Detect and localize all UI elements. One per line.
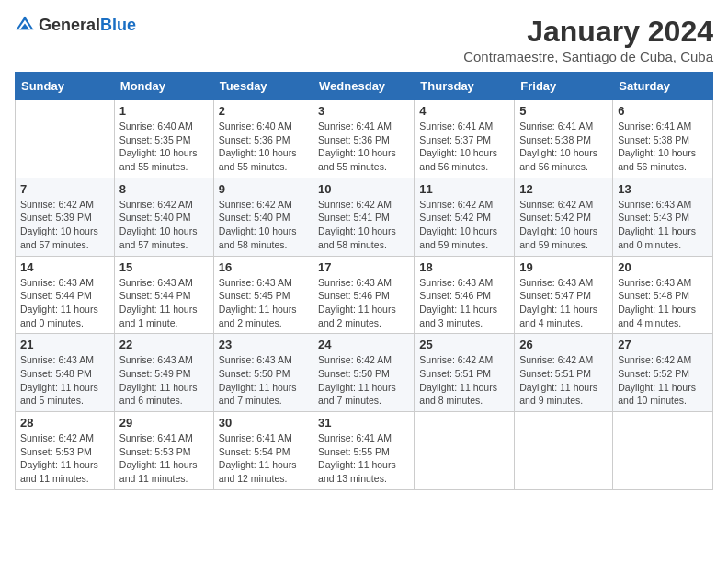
calendar-cell: 6Sunrise: 6:41 AMSunset: 5:38 PMDaylight… <box>613 100 713 178</box>
logo-general: GeneralBlue <box>39 17 136 34</box>
day-info: Sunrise: 6:41 AMSunset: 5:36 PMDaylight:… <box>318 120 409 174</box>
day-number: 15 <box>119 260 209 274</box>
calendar-cell: 8Sunrise: 6:42 AMSunset: 5:40 PMDaylight… <box>114 178 213 256</box>
day-info: Sunrise: 6:43 AMSunset: 5:44 PMDaylight:… <box>119 276 209 330</box>
calendar-cell: 9Sunrise: 6:42 AMSunset: 5:40 PMDaylight… <box>213 178 313 256</box>
header-row: SundayMondayTuesdayWednesdayThursdayFrid… <box>16 73 713 100</box>
calendar-cell: 31Sunrise: 6:41 AMSunset: 5:55 PMDayligh… <box>313 412 415 490</box>
header-friday: Friday <box>515 73 613 100</box>
day-info: Sunrise: 6:43 AMSunset: 5:46 PMDaylight:… <box>318 276 409 330</box>
calendar-cell: 22Sunrise: 6:43 AMSunset: 5:49 PMDayligh… <box>114 334 213 412</box>
day-number: 13 <box>618 182 708 196</box>
day-info: Sunrise: 6:43 AMSunset: 5:48 PMDaylight:… <box>618 276 708 330</box>
header-monday: Monday <box>114 73 213 100</box>
day-info: Sunrise: 6:43 AMSunset: 5:47 PMDaylight:… <box>519 276 608 330</box>
day-number: 3 <box>318 104 409 118</box>
day-number: 22 <box>119 338 209 351</box>
calendar-cell: 2Sunrise: 6:40 AMSunset: 5:36 PMDaylight… <box>213 100 313 178</box>
day-number: 27 <box>618 338 708 351</box>
day-number: 11 <box>419 182 509 196</box>
day-number: 8 <box>119 182 209 196</box>
calendar-cell: 25Sunrise: 6:42 AMSunset: 5:51 PMDayligh… <box>415 334 515 412</box>
day-info: Sunrise: 6:42 AMSunset: 5:42 PMDaylight:… <box>519 198 608 252</box>
day-info: Sunrise: 6:42 AMSunset: 5:40 PMDaylight:… <box>119 198 209 252</box>
calendar-cell: 24Sunrise: 6:42 AMSunset: 5:50 PMDayligh… <box>313 334 415 412</box>
week-row-1: 7Sunrise: 6:42 AMSunset: 5:39 PMDaylight… <box>16 178 713 256</box>
calendar-cell <box>16 100 115 178</box>
day-info: Sunrise: 6:43 AMSunset: 5:50 PMDaylight:… <box>219 353 308 408</box>
day-number: 5 <box>519 104 608 118</box>
day-number: 31 <box>318 416 409 430</box>
day-info: Sunrise: 6:42 AMSunset: 5:41 PMDaylight:… <box>318 198 409 252</box>
calendar-cell: 18Sunrise: 6:43 AMSunset: 5:46 PMDayligh… <box>415 256 515 334</box>
calendar-body: 1Sunrise: 6:40 AMSunset: 5:35 PMDaylight… <box>16 100 713 490</box>
header-thursday: Thursday <box>415 73 515 100</box>
calendar-cell <box>415 412 515 490</box>
calendar-cell: 1Sunrise: 6:40 AMSunset: 5:35 PMDaylight… <box>114 100 213 178</box>
header-saturday: Saturday <box>613 73 713 100</box>
day-info: Sunrise: 6:41 AMSunset: 5:38 PMDaylight:… <box>519 120 608 174</box>
calendar-cell: 20Sunrise: 6:43 AMSunset: 5:48 PMDayligh… <box>613 256 713 334</box>
day-number: 20 <box>618 260 708 274</box>
day-info: Sunrise: 6:42 AMSunset: 5:53 PMDaylight:… <box>20 431 109 486</box>
day-number: 7 <box>20 182 109 196</box>
day-info: Sunrise: 6:43 AMSunset: 5:43 PMDaylight:… <box>618 198 708 252</box>
day-info: Sunrise: 6:42 AMSunset: 5:52 PMDaylight:… <box>618 353 708 408</box>
week-row-0: 1Sunrise: 6:40 AMSunset: 5:35 PMDaylight… <box>16 100 713 178</box>
calendar-cell: 15Sunrise: 6:43 AMSunset: 5:44 PMDayligh… <box>114 256 213 334</box>
calendar-cell: 28Sunrise: 6:42 AMSunset: 5:53 PMDayligh… <box>16 412 115 490</box>
day-number: 21 <box>20 338 109 351</box>
day-info: Sunrise: 6:41 AMSunset: 5:54 PMDaylight:… <box>219 431 308 486</box>
day-number: 10 <box>318 182 409 196</box>
calendar-cell: 26Sunrise: 6:42 AMSunset: 5:51 PMDayligh… <box>515 334 613 412</box>
day-number: 25 <box>419 338 509 351</box>
calendar-cell: 4Sunrise: 6:41 AMSunset: 5:37 PMDaylight… <box>415 100 515 178</box>
day-info: Sunrise: 6:41 AMSunset: 5:38 PMDaylight:… <box>618 120 708 174</box>
calendar-cell: 7Sunrise: 6:42 AMSunset: 5:39 PMDaylight… <box>16 178 115 256</box>
calendar-cell: 13Sunrise: 6:43 AMSunset: 5:43 PMDayligh… <box>613 178 713 256</box>
day-info: Sunrise: 6:42 AMSunset: 5:51 PMDaylight:… <box>519 353 608 408</box>
day-info: Sunrise: 6:41 AMSunset: 5:37 PMDaylight:… <box>419 120 509 174</box>
calendar-table: SundayMondayTuesdayWednesdayThursdayFrid… <box>15 72 713 490</box>
day-number: 16 <box>219 260 308 274</box>
location-title: Contramaestre, Santiago de Cuba, Cuba <box>463 49 713 64</box>
day-number: 17 <box>318 260 409 274</box>
day-number: 4 <box>419 104 509 118</box>
day-number: 23 <box>219 338 308 351</box>
day-info: Sunrise: 6:42 AMSunset: 5:50 PMDaylight:… <box>318 353 409 408</box>
day-info: Sunrise: 6:43 AMSunset: 5:48 PMDaylight:… <box>20 353 109 408</box>
calendar-cell: 21Sunrise: 6:43 AMSunset: 5:48 PMDayligh… <box>16 334 115 412</box>
page-header: GeneralBlue January 2024 Contramaestre, … <box>15 15 713 64</box>
calendar-cell: 30Sunrise: 6:41 AMSunset: 5:54 PMDayligh… <box>213 412 313 490</box>
day-number: 26 <box>519 338 608 351</box>
month-title: January 2024 <box>463 15 713 49</box>
header-tuesday: Tuesday <box>213 73 313 100</box>
calendar-header: SundayMondayTuesdayWednesdayThursdayFrid… <box>16 73 713 100</box>
day-number: 18 <box>419 260 509 274</box>
calendar-cell: 10Sunrise: 6:42 AMSunset: 5:41 PMDayligh… <box>313 178 415 256</box>
week-row-3: 21Sunrise: 6:43 AMSunset: 5:48 PMDayligh… <box>16 334 713 412</box>
logo-icon <box>15 15 35 35</box>
week-row-4: 28Sunrise: 6:42 AMSunset: 5:53 PMDayligh… <box>16 412 713 490</box>
day-info: Sunrise: 6:41 AMSunset: 5:55 PMDaylight:… <box>318 431 409 486</box>
title-block: January 2024 Contramaestre, Santiago de … <box>463 15 713 64</box>
day-info: Sunrise: 6:42 AMSunset: 5:39 PMDaylight:… <box>20 198 109 252</box>
calendar-cell: 14Sunrise: 6:43 AMSunset: 5:44 PMDayligh… <box>16 256 115 334</box>
calendar-cell: 27Sunrise: 6:42 AMSunset: 5:52 PMDayligh… <box>613 334 713 412</box>
header-wednesday: Wednesday <box>313 73 415 100</box>
day-info: Sunrise: 6:41 AMSunset: 5:53 PMDaylight:… <box>119 431 209 486</box>
day-info: Sunrise: 6:43 AMSunset: 5:44 PMDaylight:… <box>20 276 109 330</box>
logo: GeneralBlue <box>15 15 136 35</box>
day-info: Sunrise: 6:43 AMSunset: 5:49 PMDaylight:… <box>119 353 209 408</box>
header-sunday: Sunday <box>16 73 115 100</box>
calendar-cell: 5Sunrise: 6:41 AMSunset: 5:38 PMDaylight… <box>515 100 613 178</box>
calendar-cell: 16Sunrise: 6:43 AMSunset: 5:45 PMDayligh… <box>213 256 313 334</box>
day-info: Sunrise: 6:42 AMSunset: 5:40 PMDaylight:… <box>219 198 308 252</box>
day-info: Sunrise: 6:42 AMSunset: 5:42 PMDaylight:… <box>419 198 509 252</box>
day-number: 9 <box>219 182 308 196</box>
day-info: Sunrise: 6:40 AMSunset: 5:36 PMDaylight:… <box>219 120 308 174</box>
day-number: 12 <box>519 182 608 196</box>
calendar-cell: 29Sunrise: 6:41 AMSunset: 5:53 PMDayligh… <box>114 412 213 490</box>
day-number: 28 <box>20 416 109 430</box>
calendar-cell <box>515 412 613 490</box>
